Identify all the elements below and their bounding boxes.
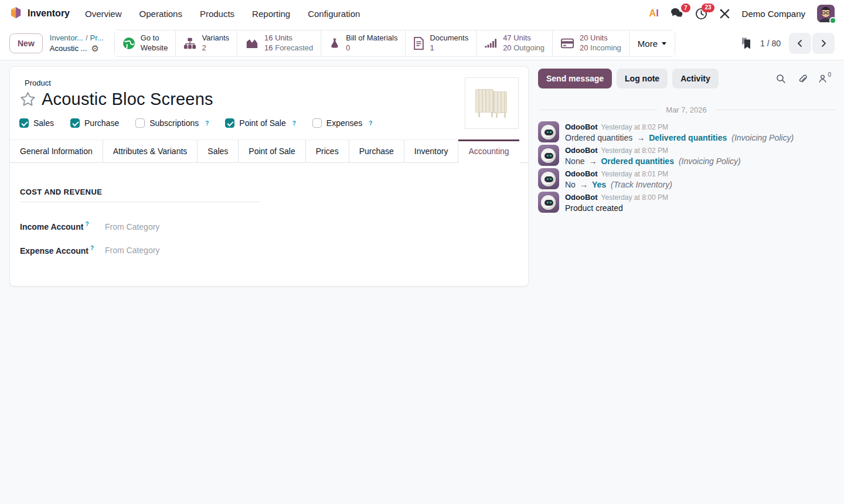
field-expense-account: Expense Account? From Category [20,245,519,256]
menu-reporting[interactable]: Reporting [252,9,290,19]
followers-count: 0 [828,71,831,78]
tab-sales[interactable]: Sales [198,139,239,162]
checkbox-sales[interactable]: Sales [19,118,54,128]
pager-previous-button[interactable] [789,33,811,54]
control-panel-right: 1 / 80 [740,33,835,54]
help-icon: ? [85,221,89,227]
odoobot-avatar [538,145,559,166]
stat-button-bill-of-materials[interactable]: Bill of Materials 0 [321,30,406,56]
search-messages-icon[interactable] [776,74,786,84]
checkbox-purchase-box[interactable] [70,118,80,128]
card-icon [560,37,574,50]
checkbox-purchase[interactable]: Purchase [70,118,119,128]
product-image[interactable] [465,77,519,129]
user-avatar[interactable] [817,5,835,22]
tracking-value-change: Ordered quantities→Delivered quantities(… [565,133,794,142]
settings-tools-icon[interactable] [719,8,730,19]
breadcrumb-parent-link[interactable]: Inventor... [50,33,83,42]
stat-button-documents[interactable]: Documents 1 [406,30,477,56]
tracking-value-change: None→Ordered quantities(Invoicing Policy… [565,156,741,166]
document-icon [413,37,424,50]
message-author: OdooBot [565,193,598,202]
tab-accounting[interactable]: Accounting [458,139,519,163]
stat-button-go-to-website[interactable]: Go to Website [115,30,176,56]
tab-inventory[interactable]: Inventory [404,139,459,162]
company-switcher[interactable]: Demo Company [742,9,805,19]
activities-icon[interactable]: 23 [695,8,707,20]
menu-overview[interactable]: Overview [85,9,122,19]
record-type-label: Product [25,79,519,87]
activity-button[interactable]: Activity [672,69,719,88]
income-account-input[interactable]: From Category [105,222,159,231]
arrow-icon: → [588,156,597,166]
activities-badge: 23 [702,4,714,12]
gear-icon[interactable]: ⚙ [91,44,98,53]
message-row: OdooBotYesterday at 8:01 PM No→Yes(Track… [538,168,835,189]
area-chart-icon [245,37,259,50]
help-icon: ? [205,120,209,127]
bookmark-icon[interactable] [740,37,752,50]
chevron-right-icon [819,39,828,47]
tab-point-of-sale[interactable]: Point of Sale [239,139,305,162]
pager-counter: 1 / 80 [760,39,781,48]
checkbox-expenses[interactable]: Expenses ? [312,118,373,128]
globe-icon [122,37,135,50]
arrow-icon: → [580,180,588,189]
sitemap-icon [183,37,196,50]
checkbox-subscriptions-box[interactable] [135,118,145,128]
tab-prices[interactable]: Prices [306,139,349,162]
menu-operations[interactable]: Operations [139,9,182,19]
chevron-down-icon [662,42,666,45]
help-icon: ? [292,120,296,127]
breadcrumb: Inventor.../Pr... Acoustic ... ⚙ [50,33,104,53]
message-body: Product created [565,203,668,213]
messages-icon[interactable]: 7 [671,8,683,19]
app-switcher[interactable]: Inventory [9,6,70,21]
send-message-button[interactable]: Send message [538,69,612,88]
chatter-toolbar: Send message Log note Activity 0 [538,69,835,88]
checkbox-point-of-sale[interactable]: Point of Sale ? [225,118,296,128]
expense-account-input[interactable]: From Category [105,246,159,255]
notebook-tabs: General Information Attributes & Variant… [10,139,528,163]
date-divider: Mar 7, 2026 [538,105,835,114]
menu-configuration[interactable]: Configuration [308,9,360,19]
message-author: OdooBot [565,122,598,131]
messages-badge: 7 [681,4,690,12]
checkbox-expenses-box[interactable] [312,118,322,128]
app-name: Inventory [28,8,70,19]
message-timestamp: Yesterday at 8:02 PM [601,147,668,155]
message-row: OdooBotYesterday at 8:02 PM Ordered quan… [538,121,835,142]
accounting-tab-content: COST AND REVENUE Income Account? From Ca… [10,163,528,286]
tab-attributes-variants[interactable]: Attributes & Variants [103,139,198,162]
checkbox-sales-box[interactable] [19,118,29,128]
new-button[interactable]: New [9,33,43,53]
main-menus: Overview Operations Products Reporting C… [85,9,360,19]
flask-icon [329,37,341,50]
checkbox-subscriptions[interactable]: Subscriptions ? [135,118,209,128]
stat-button-variants[interactable]: Variants 2 [176,30,237,56]
availability-checkboxes: Sales Purchase Subscriptions ? Point of … [19,118,519,128]
log-note-button[interactable]: Log note [617,69,668,88]
menu-products[interactable]: Products [200,9,234,19]
breadcrumb-list-link[interactable]: Pr... [90,33,104,42]
product-name-field[interactable]: Acoustic Bloc Screens [42,90,213,109]
top-navbar: Inventory Overview Operations Products R… [0,0,844,27]
stat-button-outgoing[interactable]: 47 Units 20 Outgoing [477,30,553,56]
checkbox-point-of-sale-box[interactable] [225,118,234,128]
tab-general-information[interactable]: General Information [10,139,103,162]
stat-button-incoming[interactable]: 20 Units 20 Incoming [553,30,629,56]
attachments-icon[interactable] [797,73,807,84]
pager-next-button[interactable] [812,33,835,54]
tab-purchase[interactable]: Purchase [349,139,404,162]
more-dropdown-button[interactable]: More [629,30,675,56]
ai-assistant-icon[interactable]: AI [649,8,659,19]
stat-button-forecasted[interactable]: 16 Units 16 Forecasted [237,30,321,56]
favorite-star-icon[interactable] [19,91,36,108]
help-icon: ? [369,120,372,127]
systray: AI 7 23 Demo Company [649,5,835,22]
followers-icon[interactable]: 0 [818,74,831,83]
odoobot-avatar [538,192,559,213]
odoobot-avatar [538,168,559,189]
message-row: OdooBotYesterday at 8:00 PM Product crea… [538,192,835,213]
message-author: OdooBot [565,169,598,178]
